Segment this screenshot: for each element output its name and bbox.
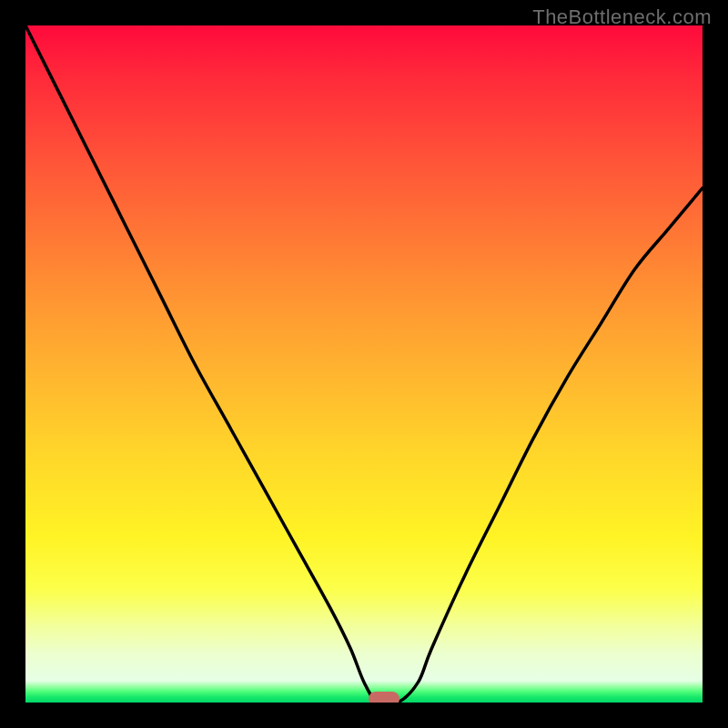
- bottleneck-curve: [25, 25, 703, 703]
- watermark-text: TheBottleneck.com: [532, 5, 712, 29]
- curve-path: [25, 25, 703, 703]
- chart-frame: TheBottleneck.com: [0, 0, 728, 728]
- plot-area: [25, 25, 703, 703]
- optimum-marker: [369, 692, 399, 703]
